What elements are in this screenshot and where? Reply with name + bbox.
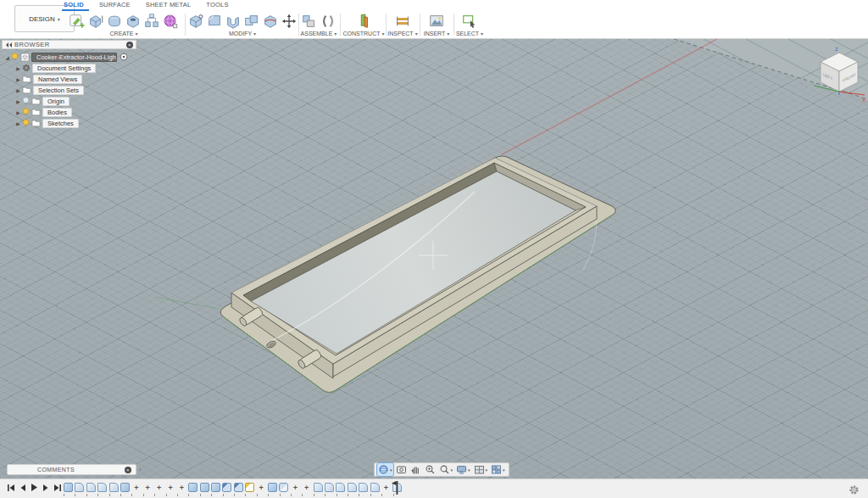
timeline-feature-extrude[interactable] bbox=[120, 483, 130, 492]
expand-open-icon[interactable]: ◢ bbox=[3, 54, 11, 60]
settings-gear-icon[interactable] bbox=[849, 484, 860, 498]
timeline-feature-extrude[interactable] bbox=[200, 483, 209, 492]
modify-group-label[interactable]: MODIFY▾ bbox=[229, 31, 256, 36]
inspect-group-label[interactable]: INSPECT▾ bbox=[387, 31, 417, 36]
select-group-label[interactable]: SELECT▾ bbox=[456, 31, 483, 36]
new-component-button[interactable] bbox=[301, 12, 319, 31]
timeline-feature-fillet[interactable] bbox=[109, 483, 119, 492]
create-sketch-button[interactable] bbox=[69, 12, 86, 31]
browser-item-label[interactable]: Sketches bbox=[42, 119, 79, 128]
timeline-feature-move[interactable]: + bbox=[381, 483, 391, 492]
browser-row-sketches[interactable]: ▶ Sketches bbox=[14, 118, 79, 128]
visibility-bulb-icon[interactable] bbox=[11, 53, 19, 62]
timeline-feature-fillet[interactable] bbox=[97, 483, 107, 492]
play-button[interactable] bbox=[31, 483, 38, 492]
timeline-feature-move[interactable]: + bbox=[166, 483, 175, 492]
timeline-feature-move[interactable]: + bbox=[143, 483, 153, 492]
display-settings-tool[interactable]: ▾ bbox=[455, 463, 471, 476]
browser-row-document-settings[interactable]: ▶ Document Settings bbox=[14, 63, 96, 73]
browser-row-origin[interactable]: ▶ Origin bbox=[14, 96, 70, 106]
construct-group-label[interactable]: CONSTRUCT▾ bbox=[343, 31, 385, 36]
window-zoom-tool[interactable]: ▾ bbox=[438, 463, 454, 476]
visibility-bulb-icon[interactable] bbox=[22, 119, 30, 128]
construct-plane-button[interactable] bbox=[355, 12, 373, 31]
model-body[interactable] bbox=[220, 156, 615, 393]
comments-close-icon[interactable]: × bbox=[125, 467, 131, 473]
timeline-feature-combine[interactable] bbox=[222, 483, 231, 492]
move-copy-button[interactable] bbox=[281, 12, 298, 31]
comments-expand-icon[interactable]: › bbox=[139, 466, 142, 473]
timeline-ruler[interactable] bbox=[64, 494, 398, 496]
timeline-feature-extrude[interactable] bbox=[188, 483, 198, 492]
step-forward-button[interactable] bbox=[42, 484, 49, 492]
expand-closed-icon[interactable]: ▶ bbox=[14, 76, 22, 82]
timeline-feature-extrude[interactable] bbox=[211, 483, 220, 492]
browser-row-bodies[interactable]: ▶ Bodies bbox=[14, 107, 72, 117]
create-form-button[interactable] bbox=[162, 12, 180, 31]
comments-bar[interactable]: COMMENTS × bbox=[7, 464, 136, 475]
timeline-feature-fillet[interactable] bbox=[86, 483, 96, 492]
timeline-feature-move[interactable]: + bbox=[257, 483, 266, 492]
browser-item-label[interactable]: Bodies bbox=[42, 108, 72, 117]
press-pull-button[interactable] bbox=[187, 12, 205, 31]
insert-group-label[interactable]: INSERT▾ bbox=[424, 31, 450, 36]
create-group-label[interactable]: CREATE▾ bbox=[110, 31, 138, 36]
step-back-button[interactable] bbox=[19, 484, 26, 492]
timeline-feature-move[interactable]: + bbox=[302, 483, 311, 492]
timeline-feature-fillet[interactable] bbox=[314, 483, 323, 492]
timeline-feature-move[interactable]: + bbox=[291, 483, 300, 492]
zoom-tool[interactable] bbox=[424, 463, 437, 476]
activate-radio-icon[interactable] bbox=[120, 53, 128, 61]
timeline-feature-pattern[interactable] bbox=[279, 483, 288, 492]
browser-row-document[interactable]: ◢ Cooker-Extractor-Hood-Light... bbox=[3, 52, 130, 62]
browser-item-label[interactable]: Document Settings bbox=[32, 64, 96, 73]
insert-image-button[interactable] bbox=[428, 12, 446, 31]
shell-button[interactable] bbox=[225, 12, 242, 31]
split-body-button[interactable] bbox=[262, 12, 280, 31]
tab-tools[interactable]: TOOLS bbox=[206, 1, 228, 11]
model-scene[interactable] bbox=[0, 39, 868, 478]
expand-closed-icon[interactable]: ▶ bbox=[14, 120, 22, 126]
timeline-feature-move[interactable]: + bbox=[131, 483, 141, 492]
browser-item-label[interactable]: Named Views bbox=[33, 75, 82, 84]
browser-item-label[interactable]: Origin bbox=[42, 97, 70, 106]
timeline-feature-move[interactable]: + bbox=[177, 483, 186, 492]
assemble-group-label[interactable]: ASSEMBLE▾ bbox=[301, 31, 337, 36]
visibility-bulb-off-icon[interactable] bbox=[22, 97, 30, 106]
collapse-panel-icon[interactable] bbox=[5, 42, 12, 48]
browser-row-named-views[interactable]: ▶ Named Views bbox=[14, 74, 82, 84]
timeline-feature-sketch[interactable] bbox=[245, 483, 254, 492]
browser-header[interactable]: BROWSER × bbox=[2, 40, 136, 49]
timeline-position-marker[interactable] bbox=[392, 481, 399, 495]
expand-closed-icon[interactable]: ▶ bbox=[14, 98, 22, 104]
timeline-feature-move[interactable]: + bbox=[154, 483, 164, 492]
document-name[interactable]: Cooker-Extractor-Hood-Light... bbox=[31, 53, 117, 62]
extrude-button[interactable] bbox=[87, 12, 105, 31]
expand-closed-icon[interactable]: ▶ bbox=[14, 65, 22, 71]
timeline-feature-fillet[interactable] bbox=[336, 483, 345, 492]
browser-item-label[interactable]: Selection Sets bbox=[33, 86, 84, 95]
timeline-feature-extrude[interactable] bbox=[268, 483, 277, 492]
tab-surface[interactable]: SURFACE bbox=[99, 1, 131, 11]
viewports-tool[interactable]: ▾ bbox=[490, 463, 506, 476]
orbit-tool[interactable]: ▾ bbox=[377, 463, 393, 476]
fillet-button[interactable] bbox=[206, 12, 224, 31]
timeline-feature-extrude[interactable] bbox=[64, 483, 73, 492]
expand-closed-icon[interactable]: ▶ bbox=[14, 87, 22, 93]
select-button[interactable] bbox=[461, 12, 479, 31]
joint-button[interactable] bbox=[320, 12, 337, 31]
visibility-bulb-icon[interactable] bbox=[22, 108, 30, 117]
measure-button[interactable] bbox=[394, 12, 412, 31]
timeline-feature-fillet[interactable] bbox=[359, 483, 368, 492]
revolve-button[interactable] bbox=[106, 12, 124, 31]
combine-button[interactable] bbox=[243, 12, 261, 31]
browser-row-selection-sets[interactable]: ▶ Selection Sets bbox=[14, 85, 84, 95]
pan-tool[interactable] bbox=[409, 463, 422, 476]
look-at-tool[interactable] bbox=[395, 463, 408, 476]
pattern-button[interactable] bbox=[143, 12, 161, 31]
browser-close-icon[interactable]: × bbox=[126, 42, 133, 48]
timeline-feature-fillet[interactable] bbox=[75, 483, 84, 492]
timeline-feature-fillet[interactable] bbox=[370, 483, 380, 492]
go-to-end-button[interactable] bbox=[53, 484, 62, 492]
grid-display-tool[interactable]: ▾ bbox=[473, 463, 489, 476]
